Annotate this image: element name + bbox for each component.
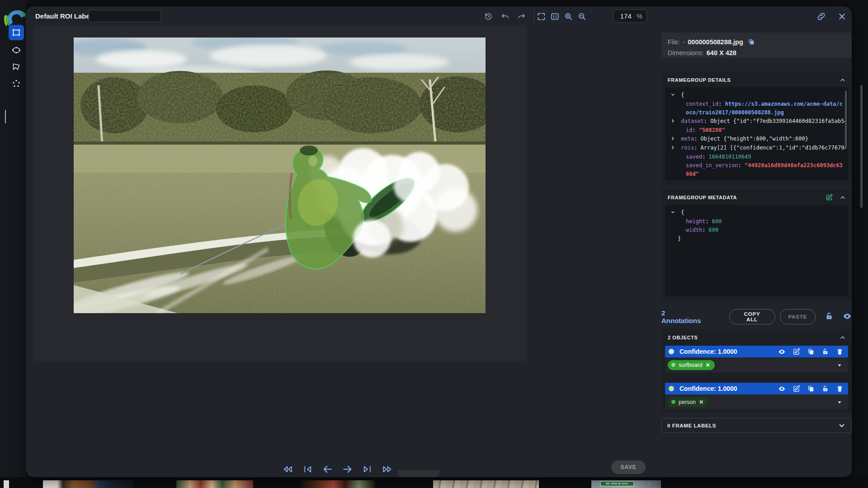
- remove-tag-icon[interactable]: ✕: [706, 362, 710, 368]
- file-name: 000000508288.jpg: [688, 37, 743, 47]
- collapse-metadata-icon[interactable]: [839, 194, 846, 201]
- edit-metadata-icon[interactable]: [826, 194, 833, 201]
- page-scrollbar[interactable]: [860, 85, 863, 208]
- object-lock-icon[interactable]: [821, 385, 829, 393]
- zoom-out-icon[interactable]: [576, 10, 588, 22]
- fast-rewind-button[interactable]: [280, 462, 295, 476]
- tool-bounding-box[interactable]: [9, 25, 24, 40]
- collapse-objects-icon[interactable]: [839, 334, 846, 341]
- percent-sign: %: [637, 13, 642, 20]
- remove-tag-icon[interactable]: ✕: [699, 399, 703, 405]
- traffic-light-icon: [596, 484, 598, 486]
- zoom-in-icon[interactable]: [562, 10, 574, 22]
- thumbnail[interactable]: [43, 480, 133, 488]
- history-icon[interactable]: [482, 10, 494, 22]
- json-row: dataset: Object {"id":"f7edb3399164460d8…: [670, 117, 845, 126]
- thumbnail[interactable]: [301, 480, 375, 488]
- next-frame-button[interactable]: [340, 462, 354, 476]
- json-row: saved: 1664810110649: [670, 153, 845, 161]
- thumbnail[interactable]: [176, 480, 253, 488]
- object-edit-icon[interactable]: [793, 385, 800, 393]
- thumbnail-filmstrip: NE 4200 BLOCK: [0, 477, 868, 488]
- framegroup-metadata-card: FRAMEGROUP METADATA { height: 600 wi: [661, 189, 852, 300]
- object-delete-icon[interactable]: [836, 348, 844, 356]
- object-lock-icon[interactable]: [821, 348, 829, 356]
- thumbnail[interactable]: NE 4200 BLOCK: [591, 480, 661, 488]
- dimensions-line: Dimensions: 640 X 428: [668, 47, 845, 58]
- save-button[interactable]: SAVE: [611, 460, 646, 474]
- tool-ellipse[interactable]: [9, 42, 24, 58]
- collapse-details-icon[interactable]: [839, 76, 846, 84]
- annotations-count: 2 Annotations: [661, 309, 701, 324]
- bottom-scroll-handle[interactable]: [398, 470, 439, 477]
- previous-frame-button[interactable]: [320, 462, 335, 476]
- actual-size-icon[interactable]: 1:1: [549, 10, 561, 22]
- frame-labels-bar[interactable]: 0 FRAME LABELS: [661, 418, 852, 433]
- metadata-json-viewer: { height: 600 width: 600 }: [665, 205, 848, 296]
- fit-to-screen-icon[interactable]: [535, 10, 547, 22]
- object-visibility-icon[interactable]: [778, 385, 786, 393]
- json-row: rois: Array[2] [{"confidence":1,"id":"d1…: [670, 144, 845, 153]
- objects-header: 2 OBJECTS: [668, 335, 698, 340]
- expander-open-icon[interactable]: [670, 91, 678, 100]
- thumbnail[interactable]: [4, 480, 9, 488]
- link-icon[interactable]: [815, 10, 827, 22]
- tool-keypoints[interactable]: [9, 76, 24, 91]
- first-frame-button[interactable]: [300, 462, 315, 476]
- object-confidence: Confidence: 1.0000: [679, 348, 778, 355]
- traffic-light-icon: [648, 483, 650, 485]
- visibility-all-icon[interactable]: [843, 312, 852, 322]
- object-edit-icon[interactable]: [793, 348, 800, 356]
- tool-polygon[interactable]: [9, 59, 24, 75]
- last-frame-button[interactable]: [360, 462, 374, 476]
- frame-navigation: [280, 462, 398, 476]
- tag-label: surfboard: [679, 362, 703, 368]
- undo-icon[interactable]: [499, 10, 511, 22]
- expander-icon[interactable]: [670, 135, 678, 144]
- default-roi-input[interactable]: [89, 10, 161, 22]
- copy-all-button[interactable]: COPY ALL: [729, 309, 775, 324]
- object-copy-icon[interactable]: [807, 385, 815, 393]
- json-row: }: [670, 235, 845, 243]
- tag-dropdown-icon[interactable]: [835, 361, 844, 369]
- object-row[interactable]: Confidence: 1.0000: [665, 346, 848, 357]
- lock-all-icon[interactable]: [825, 312, 834, 322]
- json-scrollbar[interactable]: [845, 91, 847, 149]
- annotations-toolbar: 2 Annotations COPY ALL PASTE: [661, 309, 852, 325]
- json-row: saved_in_version: "44920a16d89d48efa223c…: [670, 161, 845, 178]
- copy-filename-icon[interactable]: [748, 38, 756, 46]
- file-name-line: File:- 000000508288.jpg: [668, 37, 845, 47]
- annotated-image[interactable]: [74, 38, 486, 313]
- fast-forward-button[interactable]: [380, 462, 394, 476]
- object-color-dot: [669, 349, 674, 354]
- object-tag-row: person ✕: [665, 394, 848, 409]
- app-logo: [2, 2, 25, 27]
- tag-label: person: [679, 399, 696, 405]
- expand-frame-labels-icon[interactable]: [838, 422, 846, 430]
- tag-dropdown-icon[interactable]: [835, 398, 844, 406]
- json-row: context_id: https://s3.amazonaws.com/acm…: [670, 100, 845, 117]
- application-window: NE 4200 BLOCK Default ROI Label(s):: [0, 0, 868, 488]
- zoom-percent-box: %: [613, 9, 647, 23]
- object-visibility-icon[interactable]: [778, 348, 786, 356]
- rail-scroll-indicator: [5, 110, 6, 123]
- paste-button[interactable]: PASTE: [780, 309, 816, 324]
- zoom-percent-input[interactable]: [618, 12, 633, 20]
- framegroup-metadata-title: FRAMEGROUP METADATA: [668, 195, 737, 200]
- json-row: width: 600: [670, 226, 845, 235]
- svg-text:1:1: 1:1: [552, 15, 557, 18]
- object-copy-icon[interactable]: [807, 348, 815, 356]
- close-icon[interactable]: [836, 10, 848, 22]
- thumbnail[interactable]: [433, 480, 539, 488]
- expander-open-icon[interactable]: [670, 209, 678, 217]
- object-color-dot: [669, 386, 674, 391]
- framegroup-details-title: FRAMEGROUP DETAILS: [668, 77, 731, 83]
- redo-icon[interactable]: [515, 10, 527, 22]
- file-info-card: File:- 000000508288.jpg Dimensions: 640 …: [661, 33, 852, 58]
- expander-icon[interactable]: [670, 117, 678, 126]
- object-row[interactable]: Confidence: 1.0000: [665, 383, 848, 394]
- object-delete-icon[interactable]: [836, 385, 844, 393]
- expander-icon[interactable]: [670, 144, 678, 153]
- dimensions-value: 640 X 428: [707, 47, 736, 58]
- object-confidence: Confidence: 1.0000: [679, 385, 778, 392]
